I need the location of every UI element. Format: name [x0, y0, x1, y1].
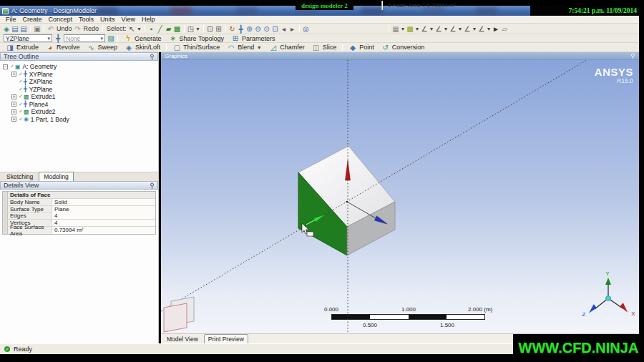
menu-create[interactable]: Create	[20, 16, 45, 23]
parameters-button[interactable]: ⊞ Parameters	[231, 34, 275, 42]
triad-y-arrow[interactable]	[605, 278, 611, 285]
vertex-display-dropdown-icon[interactable]: ▾	[472, 25, 477, 33]
new-sketch-button-icon[interactable]: ▨	[107, 34, 115, 42]
filter-face-icon[interactable]: ▰	[165, 25, 173, 33]
box-zoom-icon[interactable]: ⊡	[271, 25, 280, 33]
select-mode-dropdown-icon[interactable]: ▾	[137, 25, 142, 33]
tab-model-view[interactable]: Model View	[163, 335, 202, 343]
restore-view-icon[interactable]: ⊞	[215, 25, 223, 33]
tree-expander-icon[interactable]: −	[3, 64, 8, 69]
menu-file[interactable]: File	[3, 16, 19, 23]
model-face-top[interactable]	[298, 146, 395, 227]
tree-item-extrude1[interactable]: +✓▩Extrude1	[3, 93, 158, 101]
save-icon[interactable]: ▤	[11, 25, 19, 33]
undo-label[interactable]: Undo	[57, 25, 72, 32]
model-face-right[interactable]	[347, 202, 395, 255]
rotate-icon[interactable]: ↻	[228, 25, 237, 33]
redo-icon[interactable]: ↷	[74, 25, 82, 33]
triad-toggle-icon[interactable]: ▱	[500, 25, 509, 33]
menu-units[interactable]: Units	[97, 16, 118, 23]
cross-section-dropdown-icon[interactable]: ▾	[486, 25, 492, 33]
save-as-icon[interactable]: ▤	[19, 25, 28, 33]
menu-concept[interactable]: Concept	[46, 16, 76, 23]
edge-style-icon[interactable]: ∠	[420, 25, 429, 33]
edge-color-icon[interactable]: ∠	[449, 25, 457, 33]
blend-button[interactable]: ◠Blend▾	[227, 44, 262, 52]
image-capture-icon[interactable]: ▣	[33, 25, 42, 33]
tree-item-1-part-1-body[interactable]: +✓◉1 Part, 1 Body	[3, 116, 158, 124]
tree-item-a-geometry[interactable]: −✓▣A: Geometry	[3, 63, 158, 71]
menu-help[interactable]: Help	[139, 16, 158, 23]
filter-edge-icon[interactable]: ╱	[156, 25, 165, 33]
filter-body-icon[interactable]: ▩	[173, 25, 182, 33]
tab-modeling[interactable]: Modeling	[39, 172, 74, 181]
conversion-button[interactable]: ↺Conversion	[381, 44, 425, 52]
thin-surface-button[interactable]: ▢Thin/Surface	[172, 44, 220, 52]
face-color-icon[interactable]: ▩	[406, 25, 414, 33]
chevron-down-icon[interactable]: ▾	[256, 44, 262, 52]
zoom-fit-icon[interactable]: ⊙	[263, 25, 271, 33]
sweep-button[interactable]: ∿Sweep	[87, 44, 118, 52]
skin-loft-button[interactable]: ◈Skin/Loft	[125, 44, 160, 52]
look-at-icon[interactable]: ◎	[302, 25, 311, 33]
tab-print-preview[interactable]: Print Preview	[204, 334, 248, 344]
3d-viewport[interactable]: ANSYS R15.0 0.000 1.000 2.000 (m) 0.500 …	[161, 60, 639, 333]
tree-item-zxplane[interactable]: ✓╋ZXPlane	[3, 78, 158, 86]
tab-sketching[interactable]: Sketching	[2, 172, 37, 181]
edge-direction-icon[interactable]: ∠	[434, 25, 443, 33]
model-face-selected-green[interactable]	[298, 172, 347, 255]
zoom-out-icon[interactable]: ⊖	[254, 25, 263, 33]
edge-color-dropdown-icon[interactable]: ▾	[457, 25, 463, 33]
edge-direction-dropdown-icon[interactable]: ▾	[443, 25, 449, 33]
extend-selection-dropdown-icon[interactable]: ▾	[195, 25, 201, 33]
plane-icon[interactable]: ╋	[54, 34, 62, 42]
tree-expander-icon[interactable]: +	[11, 94, 16, 99]
display-style-dropdown-icon[interactable]: ▾	[400, 25, 406, 33]
menu-view[interactable]: View	[119, 16, 138, 23]
chamfer-button[interactable]: ◿Chamfer	[269, 44, 305, 52]
triad-x-arrow[interactable]	[619, 303, 629, 313]
axis-arrow-green[interactable]	[314, 215, 325, 222]
filter-vertex-icon[interactable]: ▪	[147, 25, 156, 33]
active-plane-selector[interactable]: YZPlane ▾	[4, 34, 52, 42]
tree-item-yzplane[interactable]: ✓╋YZPlane	[3, 86, 158, 94]
tree-expander-icon[interactable]: +	[11, 72, 16, 77]
edge-style-dropdown-icon[interactable]: ▾	[429, 25, 434, 33]
isometric-view-icon[interactable]: ⊡	[206, 25, 215, 33]
undo-icon[interactable]: ↶	[47, 25, 55, 33]
pin-icon[interactable]	[630, 53, 635, 59]
pin-icon[interactable]	[150, 182, 155, 189]
tree-expander-icon[interactable]: +	[11, 109, 16, 114]
zoom-in-icon[interactable]: ⊕	[245, 25, 254, 33]
vertex-display-icon[interactable]: ∠	[463, 25, 472, 33]
tree-item-plane4[interactable]: +✓╋Plane4	[3, 101, 158, 109]
pin-icon[interactable]	[150, 54, 155, 60]
pan-icon[interactable]: ╋	[237, 25, 245, 33]
previous-view-icon[interactable]: ◂	[280, 25, 288, 33]
axis-arrow-red[interactable]	[346, 160, 351, 180]
face-color-dropdown-icon[interactable]: ▾	[414, 25, 420, 33]
redo-label[interactable]: Redo	[84, 25, 99, 32]
axis-arrow-blue[interactable]	[374, 216, 387, 224]
generate-button[interactable]: ϟ Generate	[124, 34, 162, 42]
extrude-button[interactable]: ◨Extrude	[6, 44, 39, 52]
select-mode-icon[interactable]: ↖	[128, 25, 137, 33]
revolve-button[interactable]: ◕Revolve	[46, 44, 80, 52]
menu-tools[interactable]: Tools	[76, 16, 97, 23]
tree-expander-icon[interactable]: +	[11, 102, 16, 107]
tree-expander-icon[interactable]: +	[11, 117, 16, 122]
active-sketch-selector[interactable]: None ▾	[64, 34, 105, 42]
triad-z-arrow[interactable]	[587, 304, 597, 313]
ruler-toggle-icon[interactable]: ►	[492, 25, 500, 33]
point-button[interactable]: ◆Point	[348, 44, 374, 52]
display-style-icon[interactable]: ▦	[391, 25, 400, 33]
new-sketch-icon[interactable]: ◈	[2, 25, 11, 33]
slice-button[interactable]: ◫Slice	[312, 44, 337, 52]
next-view-icon[interactable]: ▸	[288, 25, 297, 33]
tree-item-extrude2[interactable]: +✓▩Extrude2	[3, 108, 158, 116]
cross-section-icon[interactable]: ∠	[477, 25, 486, 33]
tree-item-xyplane[interactable]: +✓╋XYPlane	[3, 71, 158, 79]
orientation-triad[interactable]: Y X Z	[582, 270, 636, 318]
extend-selection-icon[interactable]: ◳	[187, 25, 195, 33]
share-topology-button[interactable]: ∗ Share Topology	[169, 34, 224, 42]
